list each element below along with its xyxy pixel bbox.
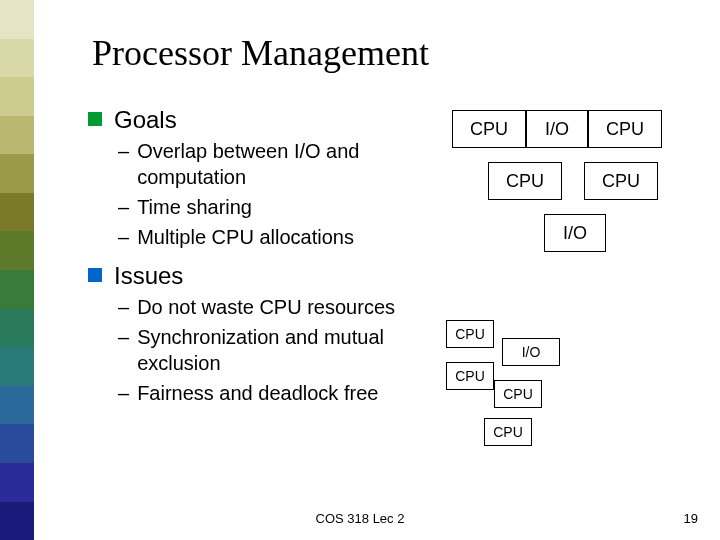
sub-bullet: –Synchronization and mutual exclusion <box>118 324 450 376</box>
sidebar-stripe <box>0 463 34 502</box>
sub-bullet: –Multiple CPU allocations <box>118 224 450 250</box>
sidebar-stripe <box>0 154 34 193</box>
sidebar-stripe <box>0 39 34 78</box>
diagram-timeline: CPU I/O CPU CPU CPU I/O <box>452 110 708 252</box>
sidebar-stripe <box>0 193 34 232</box>
cpu-box: CPU <box>488 162 562 200</box>
dash-icon: – <box>118 138 129 164</box>
sub-text: Synchronization and mutual exclusion <box>137 324 450 376</box>
sub-bullet: –Time sharing <box>118 194 450 220</box>
dash-icon: – <box>118 324 129 350</box>
slide: Processor Management Goals –Overlap betw… <box>0 0 720 540</box>
cpu-box: CPU <box>584 162 658 200</box>
dash-icon: – <box>118 224 129 250</box>
sub-bullet: –Overlap between I/O and computation <box>118 138 450 190</box>
cpu-box: CPU <box>452 110 526 148</box>
diagram-stagger: CPU I/O CPU CPU CPU <box>446 320 646 460</box>
cpu-box: CPU <box>446 362 494 390</box>
sub-text: Overlap between I/O and computation <box>137 138 450 190</box>
sidebar-stripe <box>0 347 34 386</box>
sub-bullet: –Do not waste CPU resources <box>118 294 450 320</box>
square-bullet-icon <box>88 268 102 282</box>
cpu-box: CPU <box>494 380 542 408</box>
bullet-issues: Issues <box>88 262 450 290</box>
sidebar-stripe <box>0 116 34 155</box>
sidebar-stripe <box>0 270 34 309</box>
io-box: I/O <box>502 338 560 366</box>
io-box: I/O <box>526 110 588 148</box>
dash-icon: – <box>118 194 129 220</box>
slide-title: Processor Management <box>92 32 429 74</box>
sidebar-stripe <box>0 424 34 463</box>
sub-bullet: –Fairness and deadlock free <box>118 380 450 406</box>
diagram-row: CPU CPU <box>488 162 708 200</box>
sidebar-stripe <box>0 309 34 348</box>
bullet-label: Goals <box>114 106 177 134</box>
diagram-row: I/O <box>544 214 708 252</box>
content-body: Goals –Overlap between I/O and computati… <box>88 100 450 410</box>
sidebar-stripe <box>0 386 34 425</box>
square-bullet-icon <box>88 112 102 126</box>
sub-text: Multiple CPU allocations <box>137 224 354 250</box>
sub-text: Fairness and deadlock free <box>137 380 378 406</box>
sub-text: Do not waste CPU resources <box>137 294 395 320</box>
sidebar-stripe <box>0 231 34 270</box>
dash-icon: – <box>118 294 129 320</box>
bullet-label: Issues <box>114 262 183 290</box>
cpu-box: CPU <box>588 110 662 148</box>
dash-icon: – <box>118 380 129 406</box>
diagram-row: CPU I/O CPU <box>452 110 708 148</box>
decorative-sidebar <box>0 0 34 540</box>
bullet-goals: Goals <box>88 106 450 134</box>
diagram-wrap: CPU I/O CPU CPU CPU <box>446 320 646 460</box>
footer-center: COS 318 Lec 2 <box>0 511 720 526</box>
sidebar-stripe <box>0 0 34 39</box>
cpu-box: CPU <box>484 418 532 446</box>
page-number: 19 <box>684 511 698 526</box>
io-box: I/O <box>544 214 606 252</box>
sidebar-stripe <box>0 77 34 116</box>
cpu-box: CPU <box>446 320 494 348</box>
sub-text: Time sharing <box>137 194 252 220</box>
